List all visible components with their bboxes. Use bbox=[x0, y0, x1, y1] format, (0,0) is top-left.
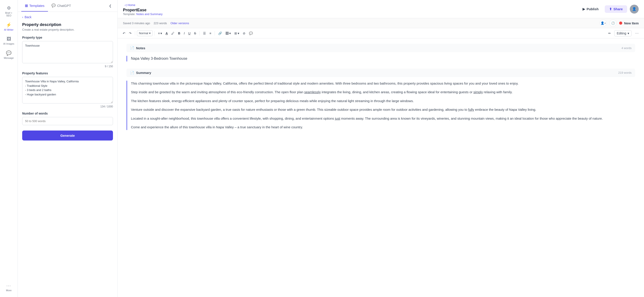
summary-content-block: This charming townhouse villa in the pic… bbox=[126, 80, 635, 130]
sidebar-item-ai-images[interactable]: 🖼 AI Images bbox=[1, 35, 17, 47]
panel-sidebar: ▦ Templates 💬 ChatGPT ❮ ‹ Back Property … bbox=[18, 0, 118, 297]
property-type-char-count: 9 / 150 bbox=[22, 65, 113, 68]
notes-section-header-left: 📄 Notes bbox=[130, 46, 145, 50]
home-button[interactable]: ◁ Home bbox=[123, 2, 137, 8]
templates-tab-icon: ▦ bbox=[25, 4, 28, 8]
summary-title: Summary bbox=[136, 71, 151, 74]
bold-button[interactable]: B bbox=[176, 30, 182, 36]
link-icon: 🔗 bbox=[218, 32, 222, 35]
panel-content: ‹ Back Property description Create a rea… bbox=[18, 12, 118, 297]
text-color-icon: A bbox=[166, 32, 168, 35]
redo-icon: ↷ bbox=[129, 32, 132, 35]
link-button[interactable]: 🔗 bbox=[216, 30, 224, 36]
fully-underline: fully bbox=[468, 108, 474, 112]
redo-button[interactable]: ↷ bbox=[128, 30, 133, 36]
seamlessly-underline: seamlessly bbox=[304, 90, 321, 94]
ordered-list-button[interactable]: ≡ bbox=[208, 30, 213, 36]
summary-section: 📄 Summary 219 words This charming townho… bbox=[126, 68, 635, 130]
underline-icon: U bbox=[188, 32, 190, 35]
italic-button[interactable]: I bbox=[182, 30, 186, 36]
number-of-words-input[interactable] bbox=[22, 117, 113, 125]
summary-para-4[interactable]: Venture outside and discover the expansi… bbox=[131, 107, 635, 112]
edit-icon: ✏ bbox=[608, 32, 611, 35]
doc-statusbar: Saved 3 minutes ago 223 words Older vers… bbox=[118, 18, 644, 28]
comment-button[interactable]: 💬 bbox=[248, 30, 254, 36]
paragraph-style-select[interactable]: Normal ▾ bbox=[137, 30, 153, 36]
new-item-indicator bbox=[619, 22, 622, 25]
ai-writer-label: AI Writer bbox=[4, 28, 14, 31]
notes-text[interactable]: Napa Valley 3-Bedroom Townhouse bbox=[131, 56, 635, 62]
share-button[interactable]: ⬆ Share bbox=[605, 5, 627, 13]
ai-images-label: AI Images bbox=[3, 42, 14, 45]
doc-content: 📄 Notes 4 words Napa Valley 3-Bedroom To… bbox=[118, 38, 644, 297]
share-settings-button[interactable]: 🕐 bbox=[610, 20, 616, 27]
summary-para-6[interactable]: Come and experience the allure of this t… bbox=[131, 124, 635, 130]
image-button[interactable]: 🖼 ▾ bbox=[224, 30, 232, 36]
strikethrough-button[interactable]: S bbox=[192, 30, 198, 36]
editing-mode-select[interactable]: Editing ▾ bbox=[614, 30, 632, 36]
doc-statusbar-left: Saved 3 minutes ago 223 words Older vers… bbox=[123, 22, 189, 25]
sidebar-item-ai-writer[interactable]: ⚡ AI Writer bbox=[1, 20, 17, 33]
clear-format-icon: ⊘ bbox=[243, 32, 246, 35]
edit-button[interactable]: ✏ bbox=[607, 30, 612, 36]
bullet-list-button[interactable]: ☰ bbox=[202, 30, 208, 36]
strikethrough-icon: S bbox=[194, 32, 196, 35]
doc-toolbar: ↶ ↷ Normal ▾ ≡ ▾ A 🖊 B bbox=[118, 28, 644, 38]
more-dots-icon: ⋯ bbox=[635, 31, 639, 35]
table-button[interactable]: ⊞ ▾ bbox=[233, 30, 241, 36]
message-icon: 💬 bbox=[6, 50, 12, 56]
summary-para-2[interactable]: Step inside and be greeted by the warm a… bbox=[131, 89, 635, 95]
add-collaborator-button[interactable]: 👤+ bbox=[600, 20, 607, 27]
clear-format-button[interactable]: ⊘ bbox=[241, 30, 247, 36]
sidebar-item-more[interactable]: ··· More bbox=[1, 282, 17, 294]
property-type-input[interactable]: Townhouse bbox=[22, 41, 113, 63]
message-label: Message bbox=[4, 56, 14, 59]
tab-templates[interactable]: ▦ Templates bbox=[21, 0, 48, 12]
ai-images-icon: 🖼 bbox=[7, 36, 11, 42]
toolbar-more-button[interactable]: ⋯ bbox=[633, 30, 640, 36]
more-icon: ··· bbox=[6, 284, 11, 288]
template-link[interactable]: Notes and Summary bbox=[136, 12, 163, 16]
notes-section: 📄 Notes 4 words Napa Valley 3-Bedroom To… bbox=[126, 44, 635, 62]
toolbar-separator-3 bbox=[200, 31, 200, 36]
notes-word-count: 4 words bbox=[621, 46, 632, 50]
notes-content-block: Napa Valley 3-Bedroom Townhouse bbox=[126, 56, 635, 62]
back-arrow-icon: ‹ bbox=[22, 15, 23, 19]
sidebar-item-brief-seo[interactable]: ⚙ Brief + SEO bbox=[1, 4, 17, 19]
align-button[interactable]: ≡ ▾ bbox=[156, 30, 164, 36]
property-features-field: Property features Townhouse Villa in Nap… bbox=[22, 72, 113, 108]
summary-word-count: 219 words bbox=[618, 71, 632, 74]
text-color-button[interactable]: A bbox=[164, 30, 169, 36]
summary-para-5[interactable]: Located in a sought-after neighborhood, … bbox=[131, 116, 635, 122]
back-label: Back bbox=[25, 15, 32, 19]
icon-sidebar: ⚙ Brief + SEO ⚡ AI Writer 🖼 AI Images 💬 … bbox=[0, 0, 18, 297]
generate-button[interactable]: Generate bbox=[22, 130, 113, 140]
publish-icon: ▶ bbox=[582, 7, 585, 11]
publish-button[interactable]: ▶ Publish bbox=[579, 5, 602, 13]
chevron-down-icon: ▾ bbox=[149, 32, 151, 35]
older-versions-link[interactable]: Older versions bbox=[170, 22, 189, 25]
avatar[interactable]: 👤 bbox=[630, 5, 639, 14]
property-features-label: Property features bbox=[22, 72, 113, 75]
property-features-input[interactable]: Townhouse Villa in Napa Valley, Californ… bbox=[22, 77, 113, 104]
back-button[interactable]: ‹ Back bbox=[22, 15, 113, 19]
doc-statusbar-right: 👤+ 🕐 New Item bbox=[600, 20, 639, 27]
panel-collapse-button[interactable]: ❮ bbox=[107, 2, 114, 9]
summary-section-header: 📄 Summary 219 words bbox=[126, 68, 635, 77]
summary-para-1[interactable]: This charming townhouse villa in the pic… bbox=[131, 80, 635, 86]
templates-tab-label: Templates bbox=[29, 4, 44, 8]
clock-icon: 🕐 bbox=[611, 21, 615, 25]
bullet-list-icon: ☰ bbox=[203, 32, 206, 35]
app-header-left: ◁ Home PropertEase Template: Notes and S… bbox=[123, 2, 163, 16]
highlight-button[interactable]: 🖊 bbox=[170, 30, 176, 36]
summary-para-3[interactable]: The kitchen features sleek, energy-effic… bbox=[131, 98, 635, 104]
image-icon: 🖼 bbox=[226, 32, 228, 35]
share-icon: ⬆ bbox=[609, 7, 612, 11]
underline-button[interactable]: U bbox=[187, 30, 192, 36]
tab-chatgpt[interactable]: 💬 ChatGPT bbox=[48, 0, 74, 12]
highlight-icon: 🖊 bbox=[171, 32, 174, 35]
new-item-button[interactable]: New Item bbox=[619, 21, 639, 25]
undo-button[interactable]: ↶ bbox=[121, 30, 127, 36]
sidebar-item-message[interactable]: 💬 Message bbox=[1, 48, 17, 61]
form-title: Property description bbox=[22, 22, 113, 27]
